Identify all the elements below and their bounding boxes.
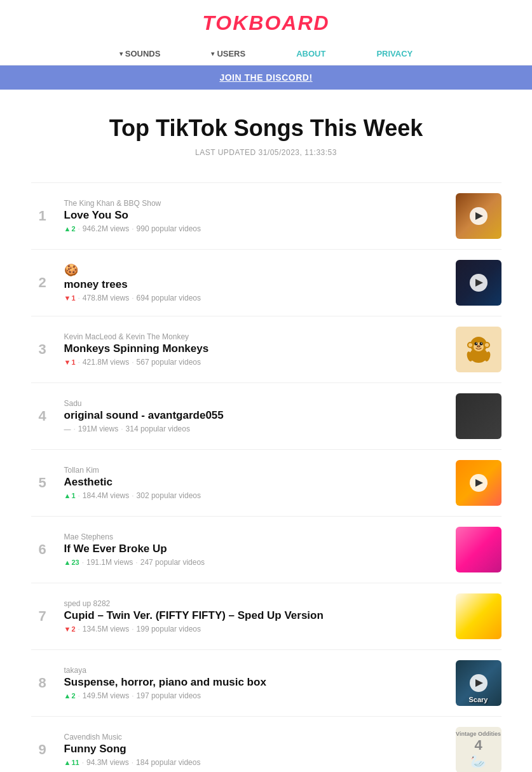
nav-sounds[interactable]: ▾ SOUNDS xyxy=(119,49,161,58)
svg-point-8 xyxy=(479,342,482,346)
popular-videos-count: 694 popular videos xyxy=(137,294,201,302)
song-title: Funny Song xyxy=(64,743,446,755)
views-count: 94.3M views xyxy=(86,758,129,767)
song-rank: 6 xyxy=(31,541,54,558)
popular-videos-count: 184 popular videos xyxy=(136,758,200,767)
chart-item[interactable]: 5Tollan KimAesthetic1·184.4M views·302 p… xyxy=(31,449,501,516)
popular-videos-count: 197 popular videos xyxy=(137,691,201,700)
song-stats: 2·149.5M views·197 popular videos xyxy=(64,691,446,700)
song-info: takayaSuspense, horror, piano and music … xyxy=(64,666,446,700)
discord-link[interactable]: JOIN THE DISCORD! xyxy=(219,72,312,83)
last-updated: LAST UPDATED 31/05/2023, 11:33:53 xyxy=(13,148,519,157)
stat-separator: · xyxy=(82,558,84,567)
thumbnail-placeholder xyxy=(456,460,501,506)
change-up: 2 xyxy=(64,225,76,233)
song-stats: 1·421.8M views·567 popular videos xyxy=(64,358,446,367)
song-thumbnail[interactable] xyxy=(456,460,501,506)
song-rank: 5 xyxy=(31,475,54,491)
song-stats: 1·184.4M views·302 popular videos xyxy=(64,491,446,500)
change-up: 23 xyxy=(64,559,79,566)
stat-separator: · xyxy=(78,224,80,233)
stat-separator: · xyxy=(132,358,133,367)
play-button[interactable] xyxy=(470,474,488,492)
song-thumbnail[interactable] xyxy=(456,593,501,639)
change-up: 1 xyxy=(64,492,76,499)
change-up: 2 xyxy=(64,692,76,700)
nav-sounds-label: SOUNDS xyxy=(125,49,161,58)
song-title: If We Ever Broke Up xyxy=(64,543,446,555)
artist-name: The King Khan & BBQ Show xyxy=(64,199,446,208)
chart-item[interactable]: 3Kevin MacLeod & Kevin The MonkeyMonkeys… xyxy=(31,316,501,383)
song-info: Kevin MacLeod & Kevin The MonkeyMonkeys … xyxy=(64,332,446,367)
popular-videos-count: 567 popular videos xyxy=(137,358,201,367)
last-updated-label: LAST UPDATED xyxy=(195,148,256,157)
song-thumbnail[interactable] xyxy=(456,327,501,372)
play-icon xyxy=(475,679,483,687)
stat-separator: · xyxy=(132,625,133,633)
song-title: Cupid – Twin Ver. (FIFTY FIFTY) – Sped U… xyxy=(64,609,446,622)
chart-item[interactable]: 8takayaSuspense, horror, piano and music… xyxy=(31,649,501,716)
stat-separator: · xyxy=(135,558,137,567)
stat-separator: · xyxy=(78,691,80,700)
song-info: The King Khan & BBQ ShowLove You So2·946… xyxy=(64,199,446,233)
song-rank: 2 xyxy=(31,274,54,291)
change-up: 11 xyxy=(64,759,79,766)
nav-users[interactable]: ▾ USERS xyxy=(211,49,245,58)
chart-item[interactable]: 4Saduoriginal sound - avantgarde055—·191… xyxy=(31,383,501,449)
popular-videos-count: 302 popular videos xyxy=(137,491,201,500)
song-stats: 23·191.1M views·247 popular videos xyxy=(64,558,446,567)
play-button[interactable] xyxy=(470,207,488,225)
song-stats: —·191M views·314 popular videos xyxy=(64,424,446,433)
chart-item[interactable]: 2🍪money trees1·478.8M views·694 popular … xyxy=(31,249,501,316)
nav-privacy[interactable]: PRIVACY xyxy=(376,49,413,58)
stat-separator: · xyxy=(121,424,123,433)
views-count: 191M views xyxy=(78,424,118,433)
artist-name: Kevin MacLeod & Kevin The Monkey xyxy=(64,332,446,341)
svg-point-9 xyxy=(475,343,477,344)
chart-item[interactable]: 9Cavendish MusicFunny Song11·94.3M views… xyxy=(31,716,501,772)
song-info: Saduoriginal sound - avantgarde055—·191M… xyxy=(64,399,446,433)
song-title: Aesthetic xyxy=(64,476,446,489)
main-nav: ▾ SOUNDS ▾ USERS ABOUT PRIVACY xyxy=(0,43,532,65)
users-chevron: ▾ xyxy=(211,50,214,57)
nav-about[interactable]: ABOUT xyxy=(296,49,325,58)
last-updated-value: 31/05/2023, 11:33:53 xyxy=(258,148,336,157)
svg-point-6 xyxy=(485,343,489,347)
song-info: 🍪money trees1·478.8M views·694 popular v… xyxy=(64,263,446,302)
svg-point-12 xyxy=(477,346,478,347)
scary-label: Scary xyxy=(469,696,488,703)
song-thumbnail[interactable] xyxy=(456,527,501,572)
play-button[interactable] xyxy=(470,274,488,292)
views-count: 134.5M views xyxy=(83,625,129,633)
chart-item[interactable]: 7sped up 8282Cupid – Twin Ver. (FIFTY FI… xyxy=(31,583,501,649)
song-stats: 2·134.5M views·199 popular videos xyxy=(64,625,446,633)
stat-separator: · xyxy=(132,491,133,500)
site-logo[interactable]: TOKBOARD xyxy=(0,11,532,35)
song-info: sped up 8282Cupid – Twin Ver. (FIFTY FIF… xyxy=(64,599,446,633)
play-button[interactable] xyxy=(470,674,488,692)
thumbnail-placeholder xyxy=(456,193,501,239)
song-thumbnail[interactable] xyxy=(456,260,501,306)
song-thumbnail[interactable]: Scary xyxy=(456,660,501,706)
views-count: 184.4M views xyxy=(83,491,129,500)
song-thumbnail[interactable]: Vintage Oddities 4 🦢 xyxy=(456,727,501,772)
artist-name: Tollan Kim xyxy=(64,466,446,475)
song-rank: 8 xyxy=(31,675,54,691)
nav-about-label: ABOUT xyxy=(296,49,325,58)
song-stats: 1·478.8M views·694 popular videos xyxy=(64,294,446,302)
chart-item[interactable]: 6Mae StephensIf We Ever Broke Up23·191.1… xyxy=(31,516,501,583)
popular-videos-count: 990 popular videos xyxy=(137,224,201,233)
artist-name: Mae Stephens xyxy=(64,532,446,541)
popular-videos-count: 314 popular videos xyxy=(126,424,190,433)
chart-item[interactable]: 1The King Khan & BBQ ShowLove You So2·94… xyxy=(31,182,501,249)
play-icon xyxy=(475,212,483,220)
page-title: Top TikTok Songs This Week xyxy=(13,115,519,142)
song-thumbnail[interactable] xyxy=(456,193,501,239)
svg-point-13 xyxy=(479,346,480,347)
nav-privacy-label: PRIVACY xyxy=(376,49,413,58)
stat-separator: · xyxy=(132,294,133,302)
song-title: Monkeys Spinning Monkeys xyxy=(64,342,446,355)
stat-separator: · xyxy=(82,758,84,767)
song-thumbnail[interactable] xyxy=(456,393,501,439)
stat-separator: · xyxy=(132,758,133,767)
